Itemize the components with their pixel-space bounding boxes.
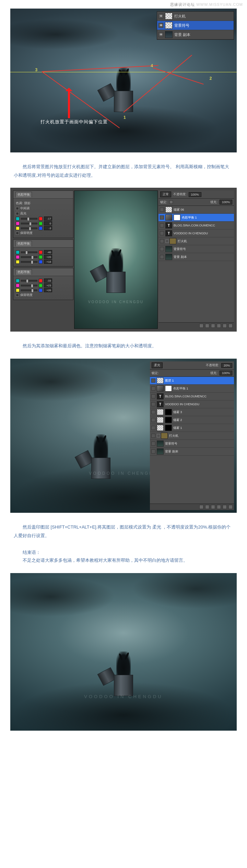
tone-mid[interactable]: 中间调 xyxy=(20,206,30,211)
mask-icon[interactable] xyxy=(205,324,209,328)
layer-row[interactable]: 背景符号 xyxy=(158,245,234,253)
val[interactable]: -3 xyxy=(44,226,52,230)
blend-dropdown[interactable]: 正常 xyxy=(160,191,171,197)
visibility-icon[interactable] xyxy=(160,208,164,212)
visibility-icon[interactable]: 👁 xyxy=(158,14,163,18)
preserve-lum[interactable]: 保留明度 xyxy=(20,231,33,235)
adj-icon[interactable] xyxy=(211,505,215,509)
lock-label: 锁定: xyxy=(160,200,167,204)
val[interactable]: +26 xyxy=(44,255,52,259)
visibility-icon[interactable] xyxy=(160,223,164,227)
visibility-icon[interactable] xyxy=(151,394,155,398)
visibility-icon[interactable] xyxy=(160,239,164,243)
slider[interactable] xyxy=(21,223,37,224)
radio-icon[interactable] xyxy=(16,207,19,210)
layer-row[interactable]: 打火机 xyxy=(158,237,234,245)
fill-value[interactable]: 100% xyxy=(220,200,232,204)
radio-icon[interactable] xyxy=(16,212,19,215)
yellow-swatch xyxy=(16,226,20,230)
watermark-url: WWW.MISSYUAN.COM xyxy=(196,2,243,7)
checkbox-icon[interactable] xyxy=(16,294,19,297)
visibility-icon[interactable] xyxy=(151,442,155,446)
fx-icon[interactable] xyxy=(199,505,203,509)
tone-shadow[interactable]: 阴影 xyxy=(24,201,31,206)
visibility-icon[interactable]: 👁 xyxy=(158,32,163,37)
layer-row[interactable]: 👁 背景符号 xyxy=(157,21,234,30)
visibility-icon[interactable] xyxy=(151,434,155,438)
visibility-icon[interactable] xyxy=(151,449,155,454)
visibility-icon[interactable] xyxy=(160,255,164,259)
visibility-icon[interactable] xyxy=(160,247,164,251)
layer-row[interactable]: 👁 背景 副本 xyxy=(157,30,234,39)
preserve-lum[interactable]: 保留明度 xyxy=(20,293,33,297)
layer-row[interactable]: 图层 1 xyxy=(150,377,234,385)
panel-tab[interactable]: 色彩平衡 xyxy=(15,192,32,197)
val[interactable]: -40 xyxy=(44,250,52,254)
slider[interactable] xyxy=(21,256,37,258)
visibility-icon[interactable] xyxy=(151,426,155,430)
visibility-icon[interactable] xyxy=(160,231,164,235)
visibility-icon[interactable] xyxy=(160,215,164,220)
layer-thumb xyxy=(165,22,173,29)
visibility-icon[interactable] xyxy=(151,410,155,414)
layer-row[interactable]: TBLOG.SINA.COM.OUMENCC xyxy=(150,393,234,400)
layer-name: 烟雾 06 xyxy=(174,208,184,212)
slider[interactable] xyxy=(21,261,37,263)
panel-tab[interactable]: 色彩平衡 xyxy=(15,241,32,246)
layer-row[interactable]: 背景符号 xyxy=(150,440,234,448)
yellow-swatch xyxy=(16,260,20,264)
layer-thumb xyxy=(165,254,172,260)
val[interactable]: -17 xyxy=(44,216,52,221)
layer-row[interactable]: 烟雾 3 xyxy=(150,408,234,416)
fill-value[interactable]: 100% xyxy=(220,371,232,375)
visibility-icon[interactable] xyxy=(151,402,155,406)
adj-icon[interactable] xyxy=(211,324,215,328)
lock-icon[interactable] xyxy=(169,200,173,204)
layer-row[interactable]: 烟雾 2 xyxy=(150,416,234,424)
layer-row[interactable]: 打火机 xyxy=(150,432,234,440)
slider[interactable] xyxy=(21,285,37,286)
trash-icon[interactable] xyxy=(228,505,233,509)
val[interactable]: +18 xyxy=(44,260,52,264)
group-icon[interactable] xyxy=(217,324,221,328)
checkbox-icon[interactable] xyxy=(16,232,19,235)
opacity-value[interactable]: 100% xyxy=(189,192,201,197)
tone-high[interactable]: 高光 xyxy=(20,211,26,216)
slider[interactable] xyxy=(21,251,37,253)
layer-row[interactable]: 背景 副本 xyxy=(158,253,234,261)
opacity-value[interactable]: 20% xyxy=(221,363,232,368)
layer-row[interactable]: 色彩平衡 1 xyxy=(150,385,234,393)
layer-row[interactable]: TBLOG.SINA.COM.OUMENCC xyxy=(158,222,234,230)
new-icon[interactable] xyxy=(223,324,227,328)
slider[interactable] xyxy=(21,289,37,291)
layer-row[interactable]: 烟雾 1 xyxy=(150,424,234,432)
color-balance-shadow: 色彩平衡 色调: 阴影 中间调 高光 -17 0 -3 保留明度 xyxy=(13,190,73,238)
panel-tab[interactable]: 色彩平衡 xyxy=(15,269,32,275)
visibility-icon[interactable]: 👁 xyxy=(158,23,163,28)
group-icon[interactable] xyxy=(217,505,221,509)
fx-icon[interactable] xyxy=(199,324,203,328)
trash-icon[interactable] xyxy=(228,324,233,328)
mask-icon[interactable] xyxy=(205,505,209,509)
layer-name: VOODOO IN CHENGDU xyxy=(165,402,199,406)
slider[interactable] xyxy=(21,227,37,229)
slider[interactable] xyxy=(21,280,37,282)
layer-row[interactable]: 背景 副本 xyxy=(150,448,234,456)
layer-row[interactable]: TVOODOO IN CHENGDU xyxy=(150,400,234,408)
val[interactable]: +26 xyxy=(44,288,52,292)
visibility-icon[interactable] xyxy=(151,418,155,422)
val[interactable]: +23 xyxy=(44,283,52,287)
layer-thumb xyxy=(165,246,172,252)
layer-row[interactable]: TVOODOO IN CHENGDU xyxy=(158,230,234,237)
visibility-icon[interactable] xyxy=(151,379,155,383)
layer-row[interactable]: 👁 打火机 xyxy=(157,12,234,21)
slider[interactable] xyxy=(21,218,37,220)
group-thumb xyxy=(161,433,168,439)
layer-row[interactable]: 色彩平衡 1 xyxy=(158,214,234,222)
blend-dropdown[interactable]: 柔光 xyxy=(152,362,163,368)
layer-row[interactable]: 烟雾 06 xyxy=(158,206,234,214)
val[interactable]: 0 xyxy=(44,221,52,225)
val[interactable]: -33 xyxy=(44,278,52,283)
visibility-icon[interactable] xyxy=(151,386,155,390)
new-icon[interactable] xyxy=(223,505,227,509)
